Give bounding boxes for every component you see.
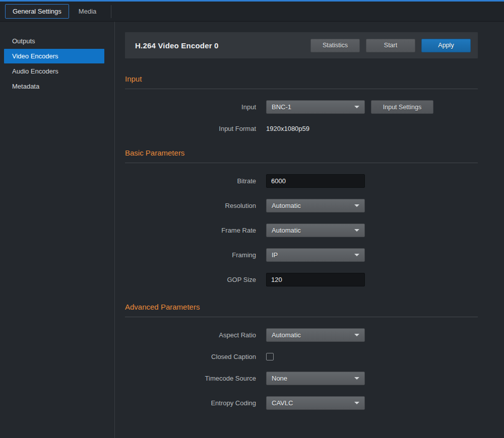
page-title: H.264 Video Encoder 0 xyxy=(135,41,219,50)
input-select[interactable]: BNC-1 xyxy=(266,100,365,114)
input-select-value: BNC-1 xyxy=(272,103,291,111)
chevron-down-icon xyxy=(354,377,359,380)
aspect-ratio-select[interactable]: Automatic xyxy=(266,328,365,342)
tab-general-settings[interactable]: General Settings xyxy=(5,4,69,19)
row-input-format: Input Format 1920x1080p59 xyxy=(125,125,478,132)
row-input: Input BNC-1 Input Settings xyxy=(125,100,478,114)
section-title-advanced-parameters: Advanced Parameters xyxy=(125,303,478,317)
aspect-ratio-select-value: Automatic xyxy=(272,331,301,339)
gop-size-input[interactable] xyxy=(266,273,365,286)
bitrate-input[interactable] xyxy=(266,174,365,188)
resolution-select[interactable]: Automatic xyxy=(266,199,365,212)
closed-caption-checkbox[interactable] xyxy=(266,353,274,360)
row-closed-caption: Closed Caption xyxy=(125,353,478,360)
top-tab-bar: General Settings Media xyxy=(0,2,504,22)
aspect-ratio-label: Aspect Ratio xyxy=(125,331,266,339)
topbar-divider xyxy=(111,5,111,18)
closed-caption-label: Closed Caption xyxy=(125,353,266,360)
chevron-down-icon xyxy=(354,204,359,207)
timecode-source-select[interactable]: None xyxy=(266,372,365,385)
framing-select[interactable]: IP xyxy=(266,248,365,262)
page-layout: Outputs Video Encoders Audio Encoders Me… xyxy=(0,22,504,438)
apply-button[interactable]: Apply xyxy=(421,39,471,52)
sidebar-item-audio-encoders[interactable]: Audio Encoders xyxy=(4,64,104,79)
section-title-input: Input xyxy=(125,75,478,89)
framing-label: Framing xyxy=(125,251,266,259)
frame-rate-select[interactable]: Automatic xyxy=(266,224,365,237)
main-panel: H.264 Video Encoder 0 Statistics Start A… xyxy=(115,22,504,438)
row-resolution: Resolution Automatic xyxy=(125,199,478,212)
row-gop-size: GOP Size xyxy=(125,273,478,286)
statistics-button[interactable]: Statistics xyxy=(310,39,360,52)
entropy-coding-select[interactable]: CAVLC xyxy=(266,396,365,410)
row-bitrate: Bitrate xyxy=(125,174,478,188)
row-frame-rate: Frame Rate Automatic xyxy=(125,224,478,237)
row-framing: Framing IP xyxy=(125,248,478,262)
frame-rate-label: Frame Rate xyxy=(125,227,266,234)
input-settings-button[interactable]: Input Settings xyxy=(371,100,433,114)
framing-select-value: IP xyxy=(272,251,278,259)
sidebar-item-outputs[interactable]: Outputs xyxy=(4,34,104,48)
gop-size-label: GOP Size xyxy=(125,276,266,283)
input-format-value: 1920x1080p59 xyxy=(266,125,309,132)
row-timecode-source: Timecode Source None xyxy=(125,372,478,385)
sidebar-item-metadata[interactable]: Metadata xyxy=(4,79,104,94)
sidebar-item-video-encoders[interactable]: Video Encoders xyxy=(4,49,104,63)
chevron-down-icon xyxy=(354,106,359,108)
start-button[interactable]: Start xyxy=(366,39,415,52)
frame-rate-select-value: Automatic xyxy=(272,227,301,234)
row-aspect-ratio: Aspect Ratio Automatic xyxy=(125,328,478,342)
chevron-down-icon xyxy=(354,402,359,404)
tab-media[interactable]: Media xyxy=(71,4,104,19)
input-format-label: Input Format xyxy=(125,125,266,132)
entropy-coding-label: Entropy Coding xyxy=(125,399,266,407)
timecode-source-label: Timecode Source xyxy=(125,375,266,382)
entropy-coding-select-value: CAVLC xyxy=(272,399,293,407)
section-title-basic-parameters: Basic Parameters xyxy=(125,149,478,163)
chevron-down-icon xyxy=(354,254,359,256)
encoder-header-bar: H.264 Video Encoder 0 Statistics Start A… xyxy=(125,32,478,58)
bitrate-label: Bitrate xyxy=(125,177,266,185)
resolution-label: Resolution xyxy=(125,202,266,209)
row-entropy-coding: Entropy Coding CAVLC xyxy=(125,396,478,410)
chevron-down-icon xyxy=(354,334,359,336)
header-button-group: Statistics Start Apply xyxy=(304,39,471,52)
chevron-down-icon xyxy=(354,229,359,232)
input-label: Input xyxy=(125,103,266,111)
sidebar: Outputs Video Encoders Audio Encoders Me… xyxy=(0,22,115,438)
resolution-select-value: Automatic xyxy=(272,202,301,209)
timecode-source-select-value: None xyxy=(272,375,287,382)
